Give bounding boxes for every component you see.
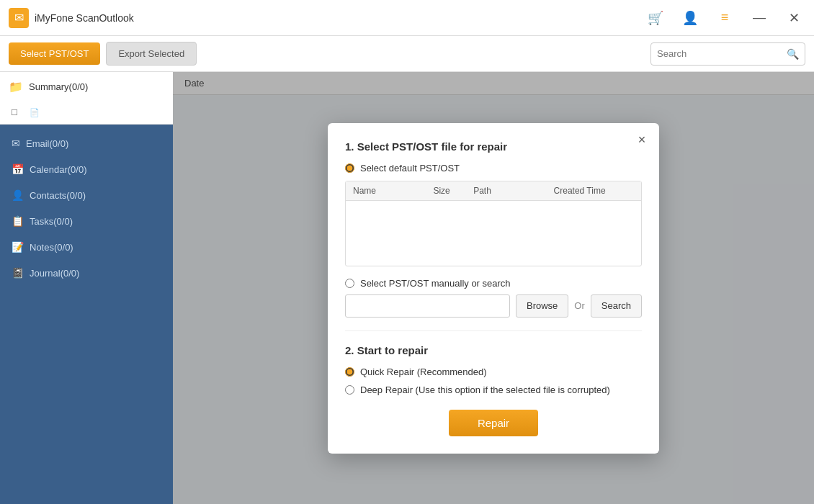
file-table: Name Size Path Created Time (345, 181, 642, 266)
browse-button[interactable]: Browse (516, 294, 568, 318)
radio-group-section1: Select default PST/OST (345, 163, 642, 174)
cart-button[interactable]: 🛒 (644, 6, 667, 30)
file-table-header: Name Size Path Created Time (346, 181, 641, 201)
minimize-button[interactable]: — (748, 6, 771, 30)
dialog-close-button[interactable]: × (633, 132, 650, 149)
radio-manual[interactable] (345, 279, 354, 288)
radio-quick[interactable] (345, 367, 354, 377)
export-selected-button[interactable]: Export Selected (106, 42, 197, 66)
sidebar: 📁 Summary(0/0) ☐ 📄 ✉ Email(0/0) 📅 Calend… (0, 72, 173, 504)
email-icon: ✉ (12, 138, 20, 149)
search-box: 🔍 (650, 42, 805, 66)
radio-quick-label[interactable]: Quick Repair (Recommended) (345, 366, 642, 377)
title-bar-left: ✉ iMyFone ScanOutlook (9, 8, 134, 28)
sidebar-tool-checkbox[interactable]: ☐ (6, 104, 23, 121)
journal-icon: 📓 (12, 267, 24, 279)
radio-manual-label[interactable]: Select PST/OST manually or search (345, 278, 642, 289)
close-button[interactable]: ✕ (782, 6, 805, 30)
menu-button[interactable]: ≡ (713, 6, 736, 30)
content-area: Date × 1. Select PST/OST file for repair… (173, 72, 814, 504)
radio-group-manual: Select PST/OST manually or search (345, 278, 642, 289)
path-input[interactable] (345, 294, 510, 318)
section1-title: 1. Select PST/OST file for repair (345, 140, 642, 153)
user-button[interactable]: 👤 (679, 6, 702, 30)
or-text: Or (574, 300, 584, 311)
sidebar-item-tasks[interactable]: 📋 Tasks(0/0) (0, 208, 173, 234)
folder-icon: 📁 (9, 80, 23, 94)
sidebar-item-notes[interactable]: 📝 Notes(0/0) (0, 234, 173, 260)
col-path: Path (473, 186, 553, 196)
notes-icon: 📝 (12, 241, 24, 253)
app-icon: ✉ (9, 8, 29, 28)
search-file-button[interactable]: Search (591, 294, 642, 318)
select-pst-button[interactable]: Select PST/OST (9, 42, 100, 65)
sidebar-item-contacts-label: Contacts(0/0) (30, 190, 86, 201)
search-input[interactable] (651, 45, 781, 62)
sidebar-item-email[interactable]: ✉ Email(0/0) (0, 130, 173, 156)
col-created: Created Time (554, 186, 634, 196)
sidebar-header: 📁 Summary(0/0) (0, 72, 173, 101)
manual-search-row: Browse Or Search (345, 294, 642, 318)
app-title: iMyFone ScanOutlook (35, 12, 134, 24)
repair-button[interactable]: Repair (449, 410, 538, 436)
section-divider (345, 330, 642, 331)
radio-default-label[interactable]: Select default PST/OST (345, 163, 642, 174)
contacts-icon: 👤 (12, 189, 24, 201)
radio-default[interactable] (345, 163, 354, 173)
sidebar-item-calendar-label: Calendar(0/0) (30, 164, 87, 175)
title-bar: ✉ iMyFone ScanOutlook 🛒 👤 ≡ — ✕ (0, 0, 814, 36)
section2-title: 2. Start to repair (345, 344, 642, 356)
col-name: Name (353, 186, 433, 196)
sidebar-header-text: Summary(0/0) (29, 81, 88, 92)
app-icon-glyph: ✉ (14, 11, 24, 24)
dialog: × 1. Select PST/OST file for repair Sele… (328, 123, 659, 454)
col-size: Size (433, 186, 473, 196)
sidebar-tool-file[interactable]: 📄 (26, 104, 43, 121)
file-table-body (346, 201, 641, 266)
sidebar-item-journal-label: Journal(0/0) (30, 268, 79, 279)
tasks-icon: 📋 (12, 215, 24, 227)
radio-deep[interactable] (345, 385, 354, 395)
repair-options: Quick Repair (Recommended) Deep Repair (… (345, 366, 642, 395)
sidebar-item-contacts[interactable]: 👤 Contacts(0/0) (0, 182, 173, 208)
title-bar-right: 🛒 👤 ≡ — ✕ (644, 6, 805, 30)
sidebar-toolbar: ☐ 📄 (0, 101, 173, 125)
radio-deep-label[interactable]: Deep Repair (Use this option if the sele… (345, 384, 642, 395)
search-icon-button[interactable]: 🔍 (781, 45, 805, 63)
toolbar: Select PST/OST Export Selected 🔍 (0, 36, 814, 72)
main-layout: 📁 Summary(0/0) ☐ 📄 ✉ Email(0/0) 📅 Calend… (0, 72, 814, 504)
sidebar-items: ✉ Email(0/0) 📅 Calendar(0/0) 👤 Contacts(… (0, 125, 173, 504)
calendar-icon: 📅 (12, 163, 24, 175)
sidebar-item-notes-label: Notes(0/0) (30, 242, 73, 253)
sidebar-item-email-label: Email(0/0) (26, 138, 68, 149)
sidebar-item-calendar[interactable]: 📅 Calendar(0/0) (0, 156, 173, 182)
dialog-overlay: × 1. Select PST/OST file for repair Sele… (173, 72, 814, 504)
sidebar-item-journal[interactable]: 📓 Journal(0/0) (0, 260, 173, 286)
sidebar-item-tasks-label: Tasks(0/0) (30, 216, 73, 227)
